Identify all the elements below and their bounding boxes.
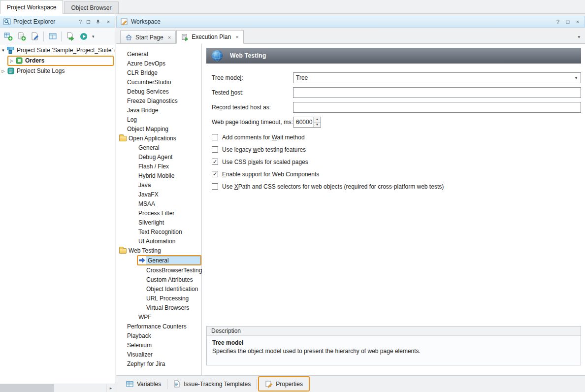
nav-item-open-applications[interactable]: Open Applications (116, 133, 201, 143)
nav-item-zephyr-for-jira[interactable]: Zephyr for Jira (116, 359, 201, 368)
nav-item-object-identification[interactable]: Object Identification (116, 284, 201, 294)
tree-item-project-suite-logs[interactable]: ▷ Project Suite Logs (0, 66, 115, 76)
project-suite-icon (6, 47, 15, 54)
web-testing-form: Tree model: Tree ▾ Tested host: Record t… (206, 70, 581, 193)
add-item-icon[interactable] (64, 31, 76, 43)
tree-item-project-suite[interactable]: ▼ Project Suite 'Sample_Project_Suite' (… (0, 45, 115, 55)
tree-expander-icon[interactable]: ▼ (0, 48, 6, 53)
description-body: Tree model Specifies the object model us… (207, 336, 581, 358)
nav-item-object-mapping[interactable]: Object Mapping (116, 124, 201, 133)
description-panel: Description Tree model Specifies the obj… (206, 326, 581, 365)
timeout-spinner[interactable]: 60000 ▲ ▼ (293, 117, 321, 128)
checkbox-xpath-css[interactable] (212, 183, 218, 190)
close-icon[interactable]: × (105, 18, 112, 25)
help-icon[interactable]: ? (554, 18, 561, 25)
chevron-down-icon[interactable]: ▾ (572, 75, 581, 80)
checkbox-css-pixels[interactable]: ✓ (212, 159, 218, 165)
nav-item-virtual-browsers[interactable]: Virtual Browsers (116, 303, 201, 312)
nav-item-text-recognition[interactable]: Text Recognition (116, 227, 201, 236)
nav-item-azure-devops[interactable]: Azure DevOps (116, 59, 201, 68)
nav-item-log[interactable]: Log (116, 115, 201, 124)
nav-item-url-processing[interactable]: URL Processing (116, 294, 201, 303)
scrollbar-track[interactable] (54, 384, 106, 392)
nav-item-performance-counters[interactable]: Performance Counters (116, 322, 201, 331)
close-icon[interactable]: × (574, 18, 581, 25)
nav-item-cucumberstudio[interactable]: CucumberStudio (116, 77, 201, 87)
scrollbar-thumb[interactable] (0, 384, 54, 392)
tree-model-select[interactable]: Tree ▾ (293, 72, 581, 83)
nav-item-custom-attributes[interactable]: Custom Attributes (116, 275, 201, 284)
nav-item-open-applications-general[interactable]: General (116, 143, 201, 152)
form-row-tested-host: Tested host: (206, 85, 581, 100)
nav-item-process-filter[interactable]: Process Filter (116, 208, 201, 218)
float-window-icon[interactable] (86, 20, 93, 24)
annotation-highlight-general: General (137, 255, 201, 265)
checkbox-label: Use XPath and CSS selectors for web obje… (222, 183, 444, 190)
nav-item-silverlight[interactable]: Silverlight (116, 218, 201, 227)
nav-item-debug-agent[interactable]: Debug Agent (116, 152, 201, 162)
close-tab-icon[interactable]: × (235, 34, 238, 40)
checkbox-legacy-features[interactable] (212, 146, 218, 153)
nav-item-playback[interactable]: Playback (116, 331, 201, 340)
edit-project-icon[interactable] (29, 31, 41, 43)
pin-icon[interactable] (96, 19, 102, 25)
tree-expander-icon[interactable]: ▷ (0, 69, 6, 73)
nav-item-ui-automation[interactable]: UI Automation (116, 236, 201, 246)
nav-item-freeze-diagnostics[interactable]: Freeze Diagnostics (116, 96, 201, 105)
tab-variables[interactable]: Variables (120, 376, 167, 392)
nav-item-wpf[interactable]: WPF (116, 312, 201, 322)
close-tab-icon[interactable]: × (168, 34, 171, 40)
tab-properties[interactable]: Properties (259, 377, 309, 391)
annotation-highlight-orders: ▷ Orders (7, 56, 114, 66)
workspace-icon (120, 18, 128, 26)
run-project-icon[interactable] (77, 31, 90, 43)
nav-item-web-testing-general[interactable]: General (116, 255, 201, 265)
nav-item-selenium[interactable]: Selenium (116, 340, 201, 350)
tab-project-workspace[interactable]: Project Workspace (0, 0, 63, 14)
properties-icon (265, 380, 272, 388)
spinner-down-icon[interactable]: ▼ (314, 122, 321, 128)
workspace-panel: Workspace ? □ × Start Page × Execution P… (116, 14, 585, 392)
nav-item-web-testing[interactable]: Web Testing (116, 246, 201, 255)
maximize-icon[interactable]: □ (564, 18, 571, 25)
help-icon[interactable]: ? (77, 18, 84, 25)
tree-item-orders[interactable]: ▷ Orders (0, 55, 115, 66)
nav-item-visualizer[interactable]: Visualizer (116, 350, 201, 359)
panels-icon[interactable] (46, 31, 59, 43)
checkbox-add-comments[interactable] (212, 134, 218, 140)
chevron-down-icon[interactable]: ▾ (91, 34, 96, 39)
spinner-up-icon[interactable]: ▲ (314, 117, 321, 122)
tab-object-browser[interactable]: Object Browser (64, 1, 118, 13)
nav-item-java[interactable]: Java (116, 180, 201, 190)
folder-icon (119, 248, 127, 254)
tab-list-chevron-down-icon[interactable]: ▾ (578, 34, 580, 39)
tree-item-label: Project Suite 'Sample_Project_Suite' (1 … (17, 47, 115, 54)
nav-item-javafx[interactable]: JavaFX (116, 190, 201, 199)
nav-item-debug-services[interactable]: Debug Services (116, 87, 201, 96)
tested-host-input[interactable] (293, 87, 581, 98)
nav-item-hybrid-mobile[interactable]: Hybrid Mobile (116, 171, 201, 180)
nav-item-general[interactable]: General (116, 49, 201, 59)
nav-item-clr-bridge[interactable]: CLR Bridge (116, 68, 201, 77)
issue-tracking-icon (173, 380, 180, 388)
horizontal-scrollbar[interactable]: ▸ (0, 384, 115, 392)
project-explorer-header: Project Explorer ? × (0, 16, 115, 28)
nav-item-msaa[interactable]: MSAA (116, 199, 201, 208)
record-tested-host-input[interactable] (293, 102, 581, 113)
tab-label: Properties (276, 381, 303, 388)
checkbox-web-components[interactable]: ✓ (212, 171, 218, 177)
tab-issue-tracking-templates[interactable]: Issue-Tracking Templates (167, 376, 257, 392)
add-project-icon[interactable] (15, 31, 28, 43)
checkbox-group: Add comments for Wait method Use legacy … (206, 131, 581, 193)
tree-model-value: Tree (293, 74, 572, 81)
tab-start-page[interactable]: Start Page × (120, 31, 176, 43)
nav-item-crossbrowsertesting[interactable]: CrossBrowserTesting (116, 265, 201, 275)
nav-item-java-bridge[interactable]: Java Bridge (116, 105, 201, 115)
tree-expander-icon[interactable]: ▷ (8, 59, 15, 63)
scroll-right-icon[interactable]: ▸ (106, 384, 115, 392)
tab-execution-plan[interactable]: Execution Plan × (176, 30, 244, 44)
add-project-suite-icon[interactable] (2, 31, 14, 43)
nav-item-flash-flex[interactable]: Flash / Flex (116, 162, 201, 171)
spinner-buttons: ▲ ▼ (313, 117, 321, 127)
globe-icon (211, 49, 224, 62)
